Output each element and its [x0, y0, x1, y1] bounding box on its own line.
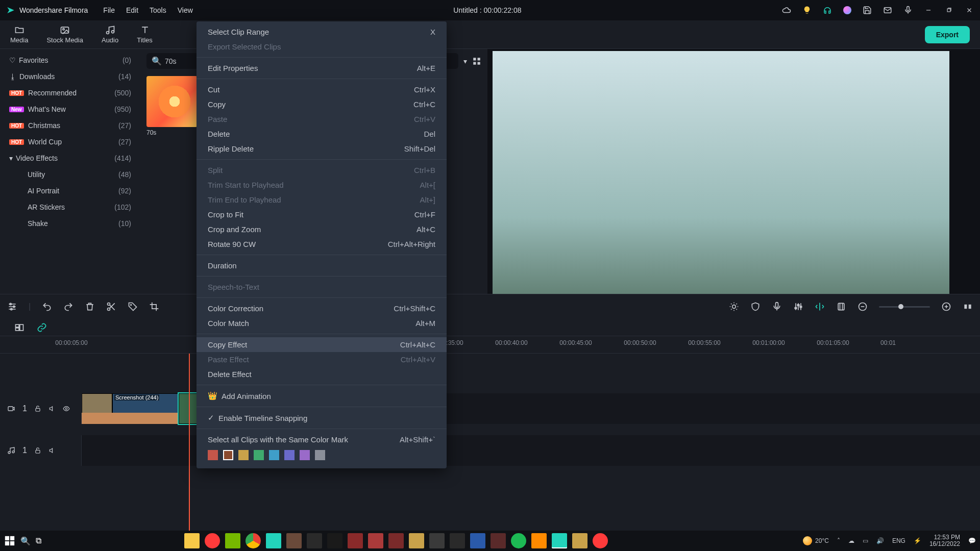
audio-track-header[interactable]: 1 — [0, 435, 82, 466]
save-icon[interactable] — [863, 6, 872, 15]
tab-stock-media[interactable]: Stock Media — [46, 25, 83, 44]
grid-view-icon[interactable] — [472, 57, 481, 66]
swatch-blue[interactable] — [284, 450, 295, 460]
sidebar-item-ar-stickers[interactable]: AR Stickers(102) — [0, 199, 140, 215]
zoom-fit-icon[interactable] — [963, 302, 973, 312]
ctx-select-same-color[interactable]: Select all Clips with the Same Color Mar… — [197, 432, 447, 447]
taskbar-app-filmora[interactable] — [266, 533, 281, 548]
mute-icon[interactable] — [48, 447, 56, 454]
taskbar-app-12[interactable] — [429, 533, 445, 548]
crop-icon[interactable] — [149, 302, 159, 312]
clip-1[interactable] — [82, 393, 112, 424]
sidebar-item-shake[interactable]: Shake(10) — [0, 215, 140, 232]
mail-icon[interactable] — [883, 6, 892, 15]
sidebar-item-favorites[interactable]: ♡Favorites(0) — [0, 52, 140, 68]
ctx-copy-effect[interactable]: Copy EffectCtrl+Alt+C — [197, 337, 447, 352]
split-icon[interactable] — [106, 302, 116, 312]
swatch-purple[interactable] — [300, 450, 310, 460]
ctx-edit-properties[interactable]: Edit PropertiesAlt+E — [197, 61, 447, 76]
ctx-color-correction[interactable]: Color CorrectionCtrl+Shift+C — [197, 301, 447, 316]
taskbar-app-opera[interactable] — [205, 533, 220, 548]
system-clock[interactable]: 12:53 PM 16/12/2022 — [929, 534, 960, 547]
headset-icon[interactable] — [823, 6, 832, 15]
zoom-out-icon[interactable] — [857, 302, 868, 312]
taskbar-app-nvidia[interactable] — [225, 533, 240, 548]
start-button[interactable] — [4, 535, 15, 546]
sidebar-item-ai-portrait[interactable]: AI Portrait(92) — [0, 183, 140, 199]
window-minimize-icon[interactable] — [924, 6, 933, 15]
menu-tools[interactable]: Tools — [150, 6, 166, 14]
taskbar-app-11[interactable] — [409, 533, 424, 548]
playhead[interactable] — [189, 354, 190, 531]
swatch-yellow[interactable] — [238, 450, 249, 460]
thumbnail-view-icon[interactable] — [14, 322, 24, 333]
delete-icon[interactable] — [85, 302, 95, 312]
taskbar-app-9[interactable] — [368, 533, 383, 548]
swatch-green[interactable] — [254, 450, 264, 460]
tray-cloud-icon[interactable]: ☁ — [848, 537, 854, 544]
shield-icon[interactable] — [750, 302, 761, 312]
taskbar-app-7[interactable] — [327, 533, 342, 548]
taskbar-app-spotify[interactable] — [511, 533, 526, 548]
ctx-cut[interactable]: CutCtrl+X — [197, 82, 447, 97]
taskbar-app-19[interactable] — [593, 533, 608, 548]
adjustments-icon[interactable] — [7, 302, 17, 312]
menu-edit[interactable]: Edit — [126, 6, 138, 14]
mic-icon[interactable] — [903, 6, 913, 15]
thumb-70s[interactable]: 70s — [146, 76, 198, 146]
sidebar-item-downloads[interactable]: ⭳Downloads(14) — [0, 68, 140, 85]
window-restore-icon[interactable] — [944, 6, 953, 15]
swatch-cyan[interactable] — [269, 450, 279, 460]
taskbar-app-10[interactable] — [388, 533, 404, 548]
redo-icon[interactable] — [63, 302, 74, 312]
taskbar-app-15[interactable] — [491, 533, 506, 548]
eye-icon[interactable] — [63, 405, 70, 412]
tab-audio[interactable]: Audio — [102, 25, 118, 44]
ctx-duration[interactable]: Duration — [197, 258, 447, 273]
sidebar-item-world-cup[interactable]: HOTWorld Cup(27) — [0, 134, 140, 150]
tips-icon[interactable] — [802, 6, 812, 15]
link-icon[interactable] — [37, 322, 47, 333]
sidebar-item-christmas[interactable]: HOTChristmas(27) — [0, 117, 140, 134]
tray-wifi-icon[interactable]: ⚡ — [914, 537, 921, 544]
task-view-icon[interactable]: ⧉ — [36, 536, 41, 545]
ctx-crop-to-fit[interactable]: Crop to FitCtrl+F — [197, 207, 447, 222]
sidebar-item-whats-new[interactable]: NewWhat's New(950) — [0, 101, 140, 117]
taskbar-app-chrome[interactable] — [246, 533, 261, 548]
swatch-brown[interactable] — [223, 450, 233, 460]
auto-enhance-icon[interactable] — [729, 302, 739, 312]
auto-beat-icon[interactable] — [815, 302, 825, 312]
taskbar-app-filmora-active[interactable] — [552, 533, 567, 548]
sidebar-item-video-effects[interactable]: ▾Video Effects(414) — [0, 150, 140, 166]
account-avatar-icon[interactable] — [843, 6, 851, 14]
swatch-gray[interactable] — [315, 450, 325, 460]
clip-2[interactable]: Screenshot (244) — [112, 393, 179, 424]
ctx-delete-effect[interactable]: Delete Effect — [197, 367, 447, 382]
marker-icon[interactable] — [836, 302, 846, 312]
ctx-select-clip-range[interactable]: Select Clip RangeX — [197, 24, 447, 39]
ctx-add-animation[interactable]: 👑Add Animation — [197, 388, 447, 404]
ctx-delete[interactable]: DeleteDel — [197, 127, 447, 141]
ctx-color-match[interactable]: Color MatchAlt+M — [197, 316, 447, 331]
search-taskbar-icon[interactable]: 🔍 — [20, 536, 31, 546]
tray-volume-icon[interactable]: 🔊 — [876, 537, 884, 544]
weather-widget[interactable]: 20°C — [803, 536, 829, 545]
taskbar-app-6[interactable] — [307, 533, 322, 548]
notifications-icon[interactable]: 💬 — [968, 537, 976, 544]
audio-mixer-icon[interactable] — [793, 302, 803, 312]
zoom-in-icon[interactable] — [941, 302, 951, 312]
tab-titles[interactable]: Titles — [137, 25, 153, 44]
ctx-crop-and-zoom[interactable]: Crop and ZoomAlt+C — [197, 222, 447, 237]
ctx-ripple-delete[interactable]: Ripple DeleteShift+Del — [197, 141, 447, 156]
taskbar-app-explorer[interactable] — [184, 533, 200, 548]
export-button[interactable]: Export — [925, 26, 970, 43]
ctx-copy[interactable]: CopyCtrl+C — [197, 97, 447, 112]
swatch-red[interactable] — [208, 450, 218, 460]
window-close-icon[interactable] — [965, 6, 974, 15]
taskbar-app-8[interactable] — [348, 533, 363, 548]
lock-icon[interactable] — [34, 405, 41, 412]
tag-icon[interactable] — [128, 302, 138, 312]
sort-dropdown-icon[interactable]: ▾ — [463, 57, 467, 65]
tray-battery-icon[interactable]: ▭ — [863, 537, 868, 544]
sidebar-item-recommended[interactable]: HOTRecommended(500) — [0, 85, 140, 101]
